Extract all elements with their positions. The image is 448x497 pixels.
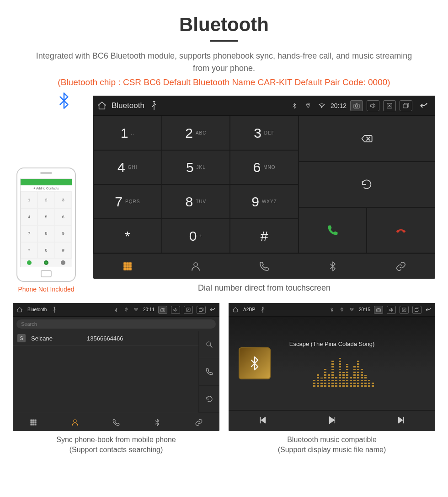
phone-key: 0	[37, 242, 54, 259]
phone-key: *	[21, 242, 37, 259]
statusbar-time: 20:12	[331, 102, 347, 109]
statusbar-title: A2DP	[243, 307, 255, 312]
back-button[interactable]	[416, 101, 432, 111]
key-5[interactable]: 5JKL	[162, 150, 230, 184]
tab-dialpad[interactable]	[13, 413, 54, 431]
phone-key: 3	[55, 192, 72, 209]
volume-button[interactable]	[367, 100, 379, 111]
key-6[interactable]: 6MNO	[230, 150, 299, 184]
backspace-icon	[61, 260, 65, 265]
tab-pair[interactable]	[178, 413, 219, 431]
contact-row[interactable]: S Seicane 13566664466	[13, 331, 198, 346]
phone-key: 7	[21, 225, 37, 242]
key-1[interactable]: 1..	[93, 116, 162, 150]
tab-pair[interactable]	[367, 254, 435, 279]
dialer-screenshot: Bluetooth 20:12 1..2ABC3DEF4GHI5JKL6MNO7…	[93, 96, 435, 279]
play-pause-button[interactable]	[327, 415, 337, 427]
key-8[interactable]: 8TUV	[162, 184, 230, 219]
phone-key: 5	[37, 209, 54, 226]
tab-contacts[interactable]	[162, 254, 230, 279]
phone-key: 2	[37, 192, 54, 209]
location-icon	[303, 101, 313, 111]
contacts-screenshot: Bluetooth 20:11	[13, 303, 219, 431]
close-button[interactable]	[184, 306, 193, 314]
key-7[interactable]: 7PQRS	[93, 184, 162, 219]
title-underline	[210, 40, 238, 42]
volume-button[interactable]	[387, 306, 396, 314]
usb-icon	[149, 101, 159, 111]
backspace-button[interactable]	[299, 116, 435, 162]
tabs-button[interactable]	[412, 306, 421, 314]
hangup-button[interactable]	[367, 207, 435, 253]
page-title: Bluetooth	[0, 14, 448, 36]
tab-contacts[interactable]	[54, 413, 95, 431]
search-button[interactable]	[198, 331, 219, 358]
location-icon	[339, 307, 345, 313]
volume-button[interactable]	[171, 306, 180, 314]
usb-icon	[51, 307, 58, 313]
phone-key: 4	[21, 209, 37, 226]
bluetooth-status-icon	[289, 101, 299, 111]
phone-illustration: + Add to Contacts 123456789*0#	[16, 167, 76, 282]
back-button[interactable]	[425, 307, 432, 313]
tabs-button[interactable]	[197, 306, 206, 314]
tab-bluetooth[interactable]	[137, 413, 178, 431]
phone-key: 8	[37, 225, 54, 242]
tab-recent[interactable]	[96, 413, 137, 431]
contact-name: Seicane	[31, 335, 81, 342]
statusbar-title: Bluetooth	[27, 307, 47, 312]
home-icon[interactable]	[232, 307, 239, 313]
home-icon[interactable]	[16, 307, 23, 313]
close-button[interactable]	[383, 100, 396, 111]
call-contact-button[interactable]	[198, 358, 219, 385]
statusbar-time: 20:15	[359, 307, 370, 312]
music-caption: Bluetooth music compatible (Support disp…	[229, 435, 435, 455]
phone-key: #	[55, 242, 72, 259]
camera-button[interactable]	[374, 306, 383, 314]
key-0[interactable]: 0+	[162, 219, 230, 253]
album-art-icon	[239, 347, 271, 379]
home-icon[interactable]	[97, 101, 107, 111]
camera-button[interactable]	[350, 100, 363, 111]
key-3[interactable]: 3DEF	[230, 116, 299, 150]
bluetooth-status-icon	[329, 307, 335, 313]
close-button[interactable]	[400, 306, 409, 314]
tab-bluetooth[interactable]	[299, 254, 367, 279]
wifi-icon	[349, 307, 355, 313]
call-button[interactable]	[299, 207, 367, 253]
equalizer-visual	[313, 355, 374, 387]
bluetooth-status-icon	[113, 307, 119, 313]
usb-icon	[260, 307, 266, 313]
bluetooth-icon	[55, 92, 73, 113]
key-2[interactable]: 2ABC	[162, 116, 230, 150]
refresh-contacts-button[interactable]	[198, 386, 219, 413]
wifi-icon	[133, 307, 139, 313]
search-input[interactable]	[16, 319, 216, 329]
contact-initial: S	[17, 334, 26, 342]
key-9[interactable]: 9WXYZ	[230, 184, 299, 219]
statusbar-title: Bluetooth	[112, 101, 144, 110]
tabs-button[interactable]	[400, 100, 412, 111]
refresh-button[interactable]	[299, 162, 435, 207]
key-#[interactable]: #	[230, 219, 299, 253]
call-icon	[44, 260, 48, 265]
prev-button[interactable]	[258, 415, 268, 427]
page-description: Integrated with BC6 Bluetooth module, su…	[0, 50, 448, 75]
phone-note: Phone Not Included	[7, 286, 85, 293]
phone-key: 9	[55, 225, 72, 242]
wifi-icon	[317, 101, 327, 111]
tab-dialpad[interactable]	[93, 254, 162, 279]
bluetooth-spec: (Bluetooth chip : CSR BC6 Default Blueto…	[0, 77, 448, 87]
dialer-caption: Dial number direct from touchscreen	[93, 283, 435, 293]
statusbar-time: 20:11	[143, 307, 155, 312]
key-*[interactable]: *	[93, 219, 162, 253]
sms-icon	[27, 260, 32, 265]
phone-key: 1	[21, 192, 37, 209]
back-button[interactable]	[209, 307, 216, 313]
tab-recent[interactable]	[230, 254, 299, 279]
phone-key: 6	[55, 209, 72, 226]
next-button[interactable]	[396, 415, 406, 427]
track-title: Escape (The Pina Colada Song)	[289, 340, 374, 347]
key-4[interactable]: 4GHI	[93, 150, 162, 184]
camera-button[interactable]	[158, 306, 167, 314]
